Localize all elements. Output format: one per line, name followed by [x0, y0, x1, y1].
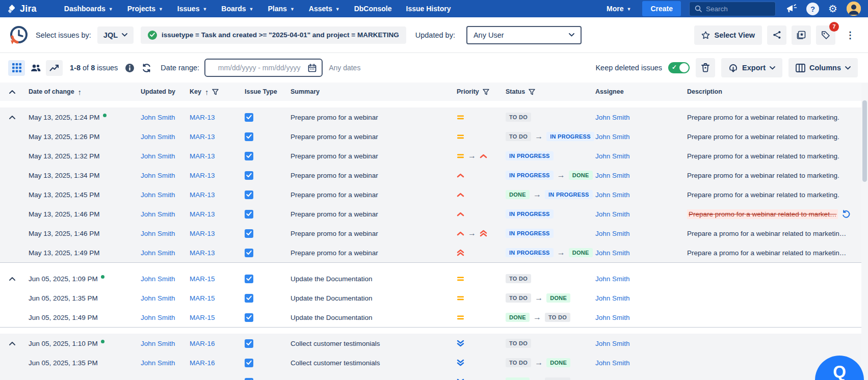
- issue-key-link[interactable]: MAR-16: [190, 378, 215, 380]
- assignee-link[interactable]: John Smith: [595, 275, 630, 283]
- more-options-button[interactable]: ⋮: [840, 25, 860, 45]
- nav-item-assets[interactable]: Assets▼: [303, 5, 346, 13]
- issue-key-link[interactable]: MAR-13: [190, 133, 215, 141]
- assignee-link[interactable]: John Smith: [595, 249, 630, 257]
- info-icon[interactable]: [125, 63, 135, 73]
- updated-by-link[interactable]: John Smith: [141, 249, 175, 257]
- create-button[interactable]: Create: [642, 1, 681, 16]
- change-arrow-icon: →: [535, 359, 543, 367]
- assignee-link[interactable]: John Smith: [595, 314, 630, 321]
- assignee-link[interactable]: John Smith: [595, 230, 630, 237]
- collapse-all-icon[interactable]: [9, 90, 15, 94]
- assignee-link[interactable]: John Smith: [595, 191, 630, 199]
- keep-deleted-toggle[interactable]: ✓: [668, 62, 690, 73]
- tags-button[interactable]: 7: [816, 25, 835, 45]
- collapse-group-icon[interactable]: [9, 277, 15, 281]
- collapse-group-icon[interactable]: [9, 115, 15, 119]
- settings-gear-icon[interactable]: ⚙: [828, 4, 837, 14]
- priority-change: [457, 249, 506, 256]
- assignee-link[interactable]: John Smith: [595, 359, 630, 367]
- date-range-field[interactable]: [204, 59, 323, 77]
- share-button[interactable]: [767, 25, 786, 45]
- nav-item-projects[interactable]: Projects▼: [121, 5, 169, 13]
- nav-item-boards[interactable]: Boards▼: [215, 5, 259, 13]
- updated-by-link[interactable]: John Smith: [141, 314, 175, 321]
- date-range-input[interactable]: [211, 64, 308, 72]
- updated-by-link[interactable]: John Smith: [141, 133, 175, 141]
- export-button[interactable]: Export: [721, 58, 782, 77]
- help-icon[interactable]: ?: [806, 3, 819, 15]
- saved-views-button[interactable]: [792, 25, 811, 45]
- filter-icon[interactable]: [529, 89, 535, 95]
- assignee-link[interactable]: John Smith: [595, 294, 630, 302]
- updated-by-link[interactable]: John Smith: [141, 294, 175, 302]
- people-view-button[interactable]: [27, 60, 44, 76]
- restore-description-icon[interactable]: [842, 210, 851, 219]
- assignee-link[interactable]: John Smith: [595, 172, 630, 179]
- priority-highest-icon: [480, 230, 487, 237]
- filter-icon[interactable]: [212, 89, 219, 95]
- updated-by-link[interactable]: John Smith: [141, 210, 175, 218]
- nav-item-dashboards[interactable]: Dashboards▼: [58, 5, 119, 13]
- global-search[interactable]: [689, 2, 776, 16]
- description-cell: Prepare promo for a webinar related to m…: [687, 191, 868, 199]
- issue-key-link[interactable]: MAR-15: [190, 314, 215, 321]
- updated-by-link[interactable]: John Smith: [141, 378, 175, 380]
- issue-summary: Prepare promo for a webinar: [291, 152, 378, 160]
- assignee-link[interactable]: John Smith: [595, 152, 630, 160]
- calendar-icon[interactable]: [308, 64, 317, 72]
- issue-key-link[interactable]: MAR-13: [190, 114, 215, 121]
- collapse-group-icon[interactable]: [9, 341, 15, 345]
- updated-by-link[interactable]: John Smith: [141, 152, 175, 160]
- columns-icon: [796, 64, 805, 72]
- issue-key-link[interactable]: MAR-13: [190, 249, 215, 257]
- issue-key-link[interactable]: MAR-13: [190, 152, 215, 160]
- nav-item-issues[interactable]: Issues▼: [171, 5, 214, 13]
- columns-button[interactable]: Columns: [788, 58, 858, 77]
- sort-asc-icon[interactable]: ↑: [205, 88, 209, 96]
- refresh-icon[interactable]: [142, 63, 151, 73]
- any-dates-label: Any dates: [329, 64, 360, 72]
- delete-button[interactable]: [696, 58, 715, 77]
- updated-by-link[interactable]: John Smith: [141, 359, 175, 367]
- issue-key-link[interactable]: MAR-15: [190, 275, 215, 283]
- updated-by-select[interactable]: Any User: [466, 26, 582, 44]
- search-input[interactable]: [706, 5, 762, 13]
- query-mode-select[interactable]: JQL: [97, 26, 134, 44]
- updated-by-link[interactable]: John Smith: [141, 114, 175, 121]
- status-badge: TO DO: [506, 339, 531, 348]
- grid-view-button[interactable]: [8, 60, 25, 76]
- updated-by-link[interactable]: John Smith: [141, 340, 175, 347]
- assignee-link[interactable]: John Smith: [595, 114, 630, 121]
- updated-by-link[interactable]: John Smith: [141, 230, 175, 237]
- table-row: Jun 05, 2025, 1:49 PM John Smith MAR-15 …: [0, 308, 868, 327]
- nav-item-issue-history[interactable]: Issue History: [400, 5, 457, 13]
- updated-by-link[interactable]: John Smith: [141, 172, 175, 179]
- nav-item-plans[interactable]: Plans▼: [262, 5, 301, 13]
- issue-key-link[interactable]: MAR-16: [190, 340, 215, 347]
- assignee-link[interactable]: John Smith: [595, 210, 630, 218]
- issue-key-link[interactable]: MAR-13: [190, 230, 215, 237]
- nav-item-dbconsole[interactable]: DbConsole: [348, 5, 398, 13]
- assignee-link[interactable]: John Smith: [595, 133, 630, 141]
- assignee-link[interactable]: John Smith: [595, 378, 630, 380]
- filter-icon[interactable]: [483, 89, 489, 95]
- select-view-button[interactable]: Select View: [694, 25, 762, 45]
- issue-key-link[interactable]: MAR-15: [190, 294, 215, 302]
- board-star-icon: [797, 31, 806, 40]
- scrollbar-thumb[interactable]: [862, 100, 867, 182]
- issue-key-link[interactable]: MAR-16: [190, 359, 215, 367]
- nav-item-more[interactable]: More▼: [600, 5, 637, 13]
- updated-by-link[interactable]: John Smith: [141, 275, 175, 283]
- sort-asc-icon[interactable]: ↑: [78, 88, 82, 96]
- announcements-icon[interactable]: [786, 4, 797, 14]
- issue-key-link[interactable]: MAR-13: [190, 191, 215, 199]
- chart-view-button[interactable]: [46, 60, 63, 76]
- jql-query-field[interactable]: issuetype = Task and created >= "2025-04…: [141, 26, 406, 44]
- user-avatar[interactable]: [847, 2, 861, 16]
- issue-key-link[interactable]: MAR-13: [190, 172, 215, 179]
- updated-by-link[interactable]: John Smith: [141, 191, 175, 199]
- jira-brand[interactable]: Jira: [7, 4, 37, 14]
- assignee-link[interactable]: John Smith: [595, 340, 630, 347]
- issue-key-link[interactable]: MAR-13: [190, 210, 215, 218]
